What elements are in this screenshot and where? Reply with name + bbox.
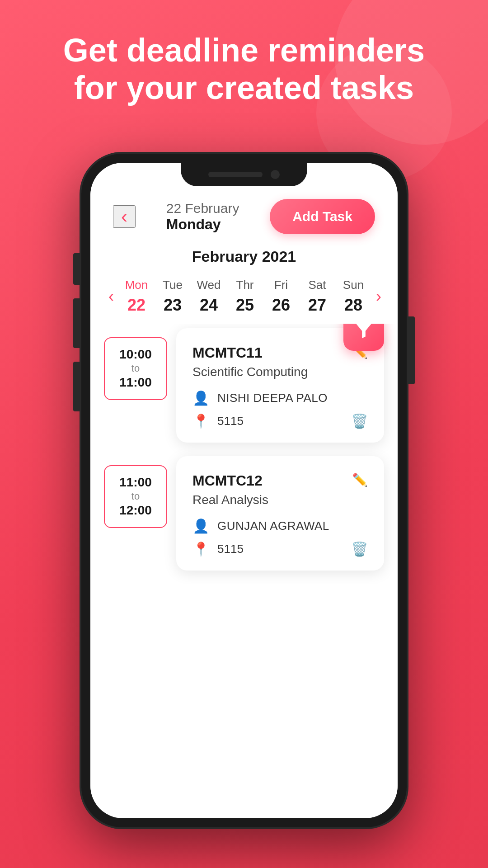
edit-icon-1[interactable]: ✏️ (352, 472, 368, 487)
person-icon-0: 👤 (192, 390, 209, 406)
task-location-row-1: 📍 5115 (192, 541, 244, 557)
day-name-27: Sat (308, 278, 326, 292)
task-teacher-0: NISHI DEEPA PALO (217, 391, 328, 405)
calendar-month-title: February 2021 (104, 248, 384, 265)
filter-button[interactable] (343, 324, 384, 351)
time-to-1: to (112, 491, 159, 502)
phone-mockup: ‹ 22 February Monday Add Task February 2… (81, 154, 407, 827)
person-icon-1: 👤 (192, 518, 209, 534)
task-teacher-row-0: 👤 NISHI DEEPA PALO (192, 390, 368, 406)
date-info: 22 February Monday (166, 201, 239, 233)
task-code-0: MCMTC11 (192, 344, 263, 361)
task-teacher-row-1: 👤 GUNJAN AGRAWAL (192, 518, 368, 534)
day-num-22: 22 (127, 296, 145, 315)
back-button[interactable]: ‹ (113, 205, 136, 228)
calendar-week: ‹ Mon 22 Tue 23 Wed 24 Thr 25 Fri 26 Sat… (104, 278, 384, 315)
phone-mute-button (73, 253, 80, 285)
add-task-button[interactable]: Add Task (270, 199, 375, 234)
hero-text: Get deadline reminders for your created … (0, 32, 488, 107)
task-teacher-1: GUNJAN AGRAWAL (217, 519, 329, 533)
task-card-1: MCMTC12 ✏️ Real Analysis 👤 GUNJAN AGRAWA… (176, 456, 384, 571)
task-row-1: 11:00 to 12:00 MCMTC12 ✏️ Real Analysis … (104, 456, 384, 571)
phone-volume-down-button (73, 362, 80, 411)
task-card-header-0: MCMTC11 ✏️ (192, 344, 368, 361)
location-icon-0: 📍 (192, 413, 209, 429)
day-name-23: Tue (163, 278, 183, 292)
filter-icon (353, 324, 374, 341)
notch (181, 163, 307, 186)
task-card-header-1: MCMTC12 ✏️ (192, 472, 368, 489)
calendar-day-26[interactable]: Fri 26 (263, 278, 299, 315)
time-end-1: 12:00 (112, 502, 159, 519)
calendar-day-25[interactable]: Thr 25 (227, 278, 263, 315)
day-name-26: Fri (274, 278, 288, 292)
task-code-1: MCMTC12 (192, 472, 263, 489)
day-name-25: Thr (236, 278, 254, 292)
calendar-next-button[interactable]: › (371, 287, 386, 306)
app-content: ‹ 22 February Monday Add Task February 2… (90, 163, 398, 818)
day-num-28: 28 (344, 296, 362, 315)
calendar-prev-button[interactable]: ‹ (104, 287, 118, 306)
phone-power-button (408, 316, 415, 384)
calendar-day-23[interactable]: Tue 23 (155, 278, 191, 315)
calendar-day-28[interactable]: Sun 28 (335, 278, 371, 315)
time-to-0: to (112, 363, 159, 374)
delete-icon-1[interactable]: 🗑️ (351, 541, 368, 557)
notch-camera (271, 170, 280, 179)
calendar-section: February 2021 ‹ Mon 22 Tue 23 Wed 24 Thr… (90, 248, 398, 324)
task-subject-1: Real Analysis (192, 493, 368, 507)
time-start-0: 10:00 (112, 346, 159, 363)
time-end-0: 11:00 (112, 374, 159, 391)
location-icon-1: 📍 (192, 541, 209, 557)
calendar-day-22[interactable]: Mon 22 (118, 278, 155, 315)
phone-screen: ‹ 22 February Monday Add Task February 2… (90, 163, 398, 818)
week-days: Mon 22 Tue 23 Wed 24 Thr 25 Fri 26 Sat 2… (118, 278, 371, 315)
calendar-day-24[interactable]: Wed 24 (191, 278, 227, 315)
day-name-28: Sun (343, 278, 364, 292)
hero-line1: Get deadline reminders (63, 32, 425, 68)
calendar-day-27[interactable]: Sat 27 (299, 278, 335, 315)
delete-icon-0[interactable]: 🗑️ (351, 413, 368, 429)
day-name-22: Mon (125, 278, 148, 292)
time-box-1: 11:00 to 12:00 (104, 465, 167, 528)
date-day-month: 22 February (166, 201, 239, 216)
tasks-area: 10:00 to 11:00 MCMTC11 ✏️ Scientific Com… (90, 324, 398, 584)
day-num-26: 26 (272, 296, 290, 315)
time-start-1: 11:00 (112, 474, 159, 491)
date-weekday: Monday (166, 216, 239, 233)
day-num-25: 25 (236, 296, 254, 315)
task-subject-0: Scientific Computing (192, 365, 368, 379)
time-box-0: 10:00 to 11:00 (104, 337, 167, 400)
day-num-24: 24 (200, 296, 218, 315)
task-room-1: 5115 (217, 542, 244, 556)
hero-line2: for your created tasks (74, 70, 414, 106)
task-room-0: 5115 (217, 414, 244, 428)
day-name-24: Wed (197, 278, 221, 292)
back-icon: ‹ (121, 207, 127, 226)
notch-speaker (208, 172, 263, 177)
day-num-23: 23 (164, 296, 182, 315)
phone-volume-up-button (73, 298, 80, 348)
task-row-0: 10:00 to 11:00 MCMTC11 ✏️ Scientific Com… (104, 328, 384, 443)
task-location-row-0: 📍 5115 (192, 413, 244, 429)
day-num-27: 27 (308, 296, 326, 315)
